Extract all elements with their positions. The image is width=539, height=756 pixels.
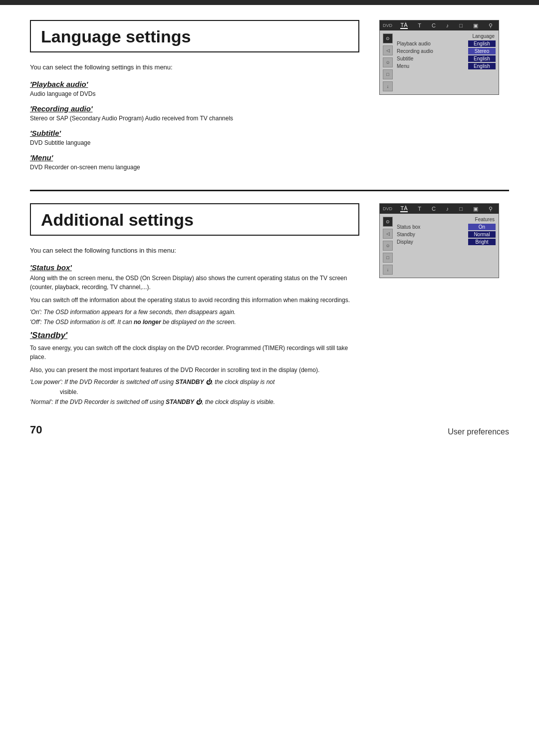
standby-section: 'Standby' To save energy, you can switch…: [30, 331, 364, 405]
add-sidebar-icon-5: ↓: [383, 265, 393, 275]
add-icon-search: ⚲: [489, 206, 493, 212]
lang-row-3: Menu English: [397, 63, 496, 69]
playback-audio-title: 'Playback audio': [30, 80, 364, 88]
add-sidebar-icon-3: ☺: [383, 241, 393, 251]
icon-t: T: [418, 22, 421, 28]
status-box-para-1: Along with the on screen menu, the OSD (…: [30, 274, 364, 292]
mockup-top-bar: DVD TÀ T C ♪ □ ▣ ⚲: [380, 20, 499, 30]
language-title-box: Language settings: [30, 20, 359, 52]
language-intro: You can select the following settings in…: [30, 63, 364, 71]
subtitle-title: 'Subtitle': [30, 129, 364, 137]
feat-label-1: Standby: [397, 232, 415, 237]
mockup-body: ⊙ ◁ ☺ □ ↓ Language Playback audio Englis…: [380, 30, 499, 94]
no-longer-text: no longer: [134, 319, 161, 326]
language-mockup-box: DVD TÀ T C ♪ □ ▣ ⚲ ⊙ ◁ ☺: [379, 20, 499, 95]
normal-note: 'Normal': If the DVD Recorder is switche…: [30, 398, 364, 405]
normal-standby: STANDBY ⏻: [166, 398, 202, 405]
lang-label-2: Subtitle: [397, 56, 413, 61]
standby-para-1: To save energy, you can switch off the c…: [30, 344, 364, 362]
additional-mockup-box: DVD TÀ T C ♪ □ ▣ ⚲ ⊙ ◁ ☺: [379, 203, 499, 278]
low-power-indent: visible.: [30, 388, 364, 395]
lang-label-3: Menu: [397, 63, 409, 69]
sidebar-icon-5: ↓: [383, 81, 393, 91]
recording-audio-desc: Stereo or SAP (Secondary Audio Program) …: [30, 115, 364, 122]
additional-menu-mockup: DVD TÀ T C ♪ □ ▣ ⚲ ⊙ ◁ ☺: [379, 203, 509, 408]
add-icon-c: C: [432, 206, 436, 212]
section-label: User preferences: [448, 427, 509, 436]
add-icon-t: T: [418, 206, 421, 212]
status-box-para-2: You can switch off the information about…: [30, 296, 364, 305]
additional-mockup-top-bar: DVD TÀ T C ♪ □ ▣ ⚲: [380, 204, 499, 214]
section-separator: [30, 190, 509, 191]
status-box-title: 'Status box': [30, 263, 364, 272]
subtitle-desc: DVD Subtitle language: [30, 139, 364, 146]
language-title: Language settings: [41, 27, 348, 46]
additional-mockup-body: ⊙ ◁ ☺ □ ↓ Features Status box On Stan: [380, 214, 499, 278]
additional-dvd-label: DVD: [383, 206, 392, 211]
standby-para-2: Also, you can present the most important…: [30, 366, 364, 375]
sidebar-icon-4: □: [383, 69, 393, 79]
language-table: Language Playback audio English Recordin…: [397, 33, 496, 91]
top-bar: [0, 0, 539, 5]
page-number: 70: [30, 423, 42, 436]
page-content: Language settings You can select the fol…: [0, 5, 539, 471]
additional-sidebar-icons: ⊙ ◁ ☺ □ ↓: [383, 217, 395, 275]
feat-row-1: Standby Normal: [397, 231, 496, 238]
lang-row-2: Subtitle English: [397, 55, 496, 62]
lang-row-1: Recording audio Stereo: [397, 48, 496, 54]
icon-c: C: [432, 22, 436, 28]
status-box-on-note: 'On': The OSD information appears for a …: [30, 309, 364, 316]
add-icon-music: ♪: [446, 206, 449, 212]
add-icon-grid: ▣: [473, 206, 478, 212]
feat-label-0: Status box: [397, 224, 420, 230]
lang-value-3: English: [468, 63, 496, 69]
add-icon-language: TÀ: [400, 205, 407, 212]
feat-value-2: Bright: [468, 239, 496, 245]
lang-value-2: English: [468, 55, 496, 62]
additional-title: Additional settings: [41, 210, 348, 230]
language-table-header: Language: [397, 33, 496, 39]
additional-intro: You can select the following functions i…: [30, 247, 364, 254]
standby-title: 'Standby': [30, 331, 364, 341]
sidebar-icon-2: ◁: [383, 45, 393, 55]
playback-audio-desc: Audio language of DVDs: [30, 90, 364, 97]
additional-section: Additional settings You can select the f…: [30, 203, 509, 408]
add-icon-square: □: [459, 206, 463, 212]
sidebar-icon-3: ☺: [383, 57, 393, 67]
language-section-left: Language settings You can select the fol…: [30, 20, 364, 178]
dvd-label: DVD: [383, 23, 392, 28]
sidebar-icon-1: ⊙: [383, 33, 393, 43]
feat-value-1: Normal: [468, 231, 496, 238]
icon-grid: ▣: [473, 22, 478, 29]
feat-value-0: On: [468, 224, 496, 230]
footer: 70 User preferences: [30, 423, 509, 441]
language-menu-mockup: DVD TÀ T C ♪ □ ▣ ⚲ ⊙ ◁ ☺: [379, 20, 509, 178]
add-sidebar-icon-4: □: [383, 253, 393, 263]
feat-row-0: Status box On: [397, 224, 496, 230]
features-table: Features Status box On Standby Normal Di…: [397, 217, 496, 275]
menu-top-icons: TÀ T C ♪ □ ▣ ⚲: [397, 22, 496, 29]
features-table-header: Features: [397, 217, 496, 222]
additional-title-box: Additional settings: [30, 203, 359, 236]
menu-title: 'Menu': [30, 153, 364, 162]
language-section: Language settings You can select the fol…: [30, 20, 509, 178]
lang-row-0: Playback audio English: [397, 40, 496, 47]
sidebar-icons: ⊙ ◁ ☺ □ ↓: [383, 33, 395, 91]
feat-row-2: Display Bright: [397, 239, 496, 245]
lang-value-0: English: [468, 40, 496, 47]
lang-value-1: Stereo: [468, 48, 496, 54]
lang-label-0: Playback audio: [397, 41, 431, 46]
additional-menu-top-icons: TÀ T C ♪ □ ▣ ⚲: [397, 205, 496, 212]
status-box-off-note: 'Off': The OSD information is off. It ca…: [30, 319, 364, 326]
add-sidebar-icon-1: ⊙: [383, 217, 393, 227]
feat-label-2: Display: [397, 239, 413, 245]
lang-label-1: Recording audio: [397, 48, 433, 54]
recording-audio-title: 'Recording audio': [30, 104, 364, 113]
icon-language: TÀ: [400, 22, 407, 29]
menu-desc: DVD Recorder on-screen menu language: [30, 164, 364, 171]
low-power-standby: STANDBY ⏻: [175, 378, 211, 385]
add-sidebar-icon-2: ◁: [383, 229, 393, 239]
icon-square: □: [459, 22, 463, 28]
icon-music: ♪: [446, 22, 449, 28]
additional-section-left: Additional settings You can select the f…: [30, 203, 364, 408]
